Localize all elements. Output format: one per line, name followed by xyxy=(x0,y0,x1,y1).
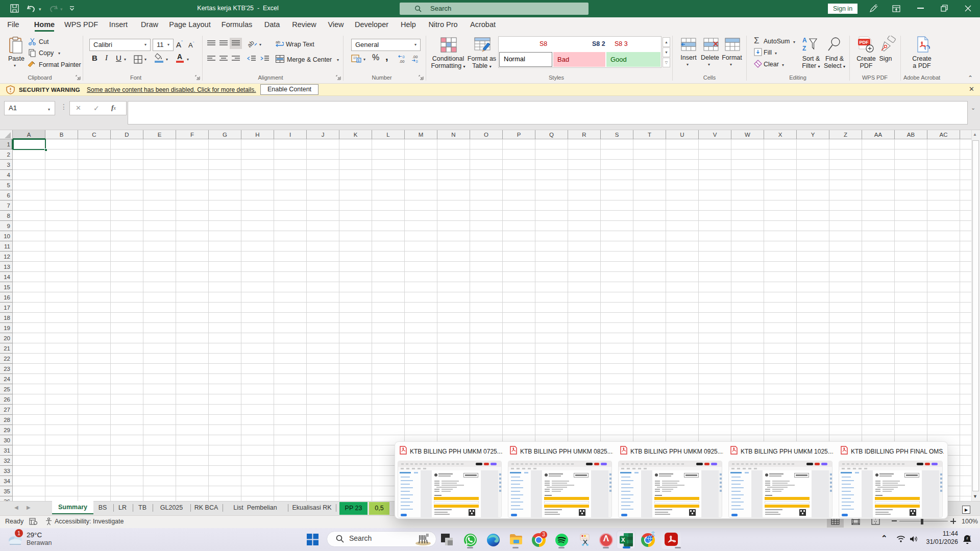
svg-text:A: A xyxy=(802,37,807,44)
svg-text:X: X xyxy=(621,537,625,543)
svg-text:ab: ab xyxy=(276,40,280,44)
svg-text:z: z xyxy=(969,535,971,538)
svg-text:.00: .00 xyxy=(399,59,404,63)
svg-text:ab: ab xyxy=(248,39,256,48)
svg-text:Z: Z xyxy=(802,45,806,52)
svg-text:z: z xyxy=(966,536,968,540)
svg-text:PDF: PDF xyxy=(860,40,869,45)
svg-text:$: $ xyxy=(358,59,360,62)
